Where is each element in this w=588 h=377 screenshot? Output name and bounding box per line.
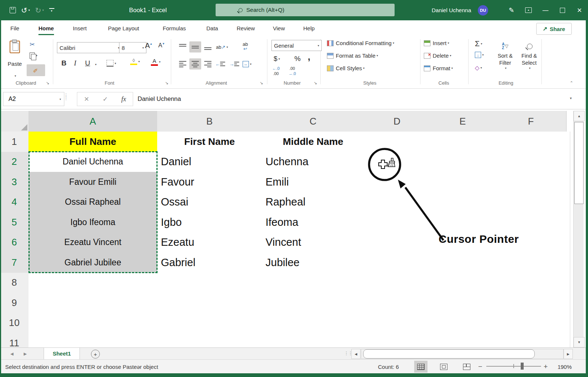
cut-button[interactable]: ✂ xyxy=(30,41,35,48)
cell-C4[interactable]: Rapheal xyxy=(262,192,368,213)
percent-style-button[interactable]: % xyxy=(294,53,301,64)
underline-dropdown-icon[interactable]: ▾ xyxy=(95,63,97,66)
scroll-left-button[interactable]: ◀ xyxy=(351,349,361,359)
horizontal-scroll-thumb[interactable] xyxy=(363,349,535,359)
tab-help[interactable]: Help xyxy=(303,20,315,36)
delete-cells-button[interactable]: Delete▾ xyxy=(424,52,451,59)
scroll-down-button[interactable]: ▼ xyxy=(574,337,585,347)
tab-data[interactable]: Data xyxy=(206,20,219,36)
cell-A4[interactable]: Ossai Rapheal xyxy=(28,192,158,213)
middle-align-button[interactable] xyxy=(189,41,201,52)
cell-D9[interactable] xyxy=(364,293,434,313)
sort-filter-dropdown-icon[interactable]: ▾ xyxy=(505,67,506,70)
wrap-text-button[interactable]: ab ↩ xyxy=(243,41,248,52)
cell-A11[interactable] xyxy=(28,333,158,347)
bold-button[interactable]: B xyxy=(61,59,67,67)
comma-style-button[interactable]: , xyxy=(308,51,310,62)
formula-input[interactable]: Daniel Uchenna xyxy=(138,92,563,105)
cell-C2[interactable]: Uchenna xyxy=(262,152,368,173)
paste-button[interactable]: Paste ▾ xyxy=(6,39,24,79)
format-cells-button[interactable]: Format▾ xyxy=(424,65,453,71)
name-box-dropdown-icon[interactable]: ▾ xyxy=(60,98,61,101)
cell-C8[interactable] xyxy=(262,273,368,293)
column-header-D[interactable]: D xyxy=(364,111,430,132)
increase-indent-button[interactable]: → xyxy=(229,58,239,69)
paste-dropdown-icon[interactable]: ▾ xyxy=(14,74,16,78)
font-dialog-launcher[interactable]: ↘ xyxy=(165,81,168,85)
fill-button[interactable]: ↓▾ xyxy=(475,52,484,58)
cell-D4[interactable] xyxy=(364,192,434,213)
align-right-button[interactable] xyxy=(202,58,214,69)
cell-C5[interactable]: Ifeoma xyxy=(262,212,368,233)
select-all-button[interactable] xyxy=(0,111,29,132)
page-layout-view-button[interactable] xyxy=(437,361,450,373)
customize-qat-button[interactable]: ▾ xyxy=(49,8,54,13)
cell-D2[interactable] xyxy=(364,152,434,173)
decrease-decimal-button[interactable]: .00→.0 xyxy=(288,66,296,77)
cell-A2[interactable]: Daniel Uchenna xyxy=(28,152,158,173)
tab-page-layout[interactable]: Page Layout xyxy=(107,20,140,36)
cell-B7[interactable]: Gabriel xyxy=(157,252,266,273)
column-header-C[interactable]: C xyxy=(262,111,365,132)
orientation-button[interactable]: ab ↗ ▾ xyxy=(216,41,228,52)
cell-B2[interactable]: Daniel xyxy=(157,152,266,173)
maximize-button[interactable] xyxy=(554,0,571,20)
user-name[interactable]: Daniel Uchenna xyxy=(432,7,471,13)
share-button[interactable]: ↗Share xyxy=(536,23,572,35)
zoom-out-button[interactable]: − xyxy=(478,363,482,371)
font-name-combo[interactable]: Calibri▾ xyxy=(57,42,122,53)
fill-color-dropdown-icon[interactable]: ▾ xyxy=(138,60,140,63)
count-indicator[interactable]: Count: 6 xyxy=(378,360,399,374)
undo-dropdown-icon[interactable]: ▾ xyxy=(28,9,30,12)
cell-E2[interactable] xyxy=(430,152,500,173)
close-button[interactable]: × xyxy=(571,0,588,20)
row-header-1[interactable]: 1 xyxy=(0,132,29,152)
format-as-table-button[interactable]: Format as Table▾ xyxy=(327,52,378,59)
find-select-button[interactable]: Find & Select ▾ xyxy=(518,40,540,70)
cell-F4[interactable] xyxy=(496,192,570,213)
cell-A5[interactable]: Igbo Ifeoma xyxy=(28,212,158,233)
find-select-dropdown-icon[interactable]: ▾ xyxy=(529,67,530,70)
prev-sheet-icon[interactable]: ◀ xyxy=(10,348,13,360)
column-header-A[interactable]: A xyxy=(28,111,158,133)
row-header-3[interactable]: 3 xyxy=(0,172,29,193)
clipboard-dialog-launcher[interactable]: ↘ xyxy=(46,81,49,85)
column-header-E[interactable]: E xyxy=(430,111,496,132)
row-header-7[interactable]: 7 xyxy=(0,252,29,273)
underline-button[interactable]: U xyxy=(85,59,90,67)
coming-soon-button[interactable]: ✎ xyxy=(503,0,520,20)
avatar[interactable]: DU xyxy=(478,5,488,16)
cell-D10[interactable] xyxy=(364,313,434,334)
cell-D3[interactable] xyxy=(364,172,434,193)
cell-E7[interactable] xyxy=(430,252,500,273)
cell-B5[interactable]: Igbo xyxy=(157,212,266,233)
search-input[interactable]: Search (Alt+Q) xyxy=(216,4,395,16)
cell-A9[interactable] xyxy=(28,293,158,313)
sheet-tab-sheet1[interactable]: Sheet1 xyxy=(44,348,80,360)
italic-button[interactable]: I xyxy=(74,59,76,67)
minimize-button[interactable]: — xyxy=(537,0,554,20)
page-break-view-button[interactable] xyxy=(460,361,473,373)
merge-center-button[interactable]: ↔ ▾ xyxy=(243,58,251,69)
cell-F9[interactable] xyxy=(496,293,570,313)
row-header-10[interactable]: 10 xyxy=(0,313,29,334)
vertical-scrollbar[interactable]: ▲ ▼ xyxy=(573,111,584,347)
column-header-F[interactable]: F xyxy=(496,111,567,132)
cell-E3[interactable] xyxy=(430,172,500,193)
cell-B3[interactable]: Favour xyxy=(157,172,266,193)
cancel-icon[interactable]: ✕ xyxy=(84,95,89,103)
save-button[interactable] xyxy=(10,7,16,13)
conditional-formatting-button[interactable]: Conditional Formatting▾ xyxy=(327,40,394,46)
font-color-dropdown-icon[interactable]: ▾ xyxy=(159,60,160,64)
cell-F10[interactable] xyxy=(496,313,570,334)
cell-A8[interactable] xyxy=(28,273,158,293)
row-header-5[interactable]: 5 xyxy=(0,212,29,233)
font-color-button[interactable]: A ▾ xyxy=(151,58,160,66)
undo-button[interactable]: ↺▾ xyxy=(21,6,30,15)
cell-B11[interactable] xyxy=(157,333,266,347)
cell-C3[interactable]: Emili xyxy=(262,172,368,193)
row-header-11[interactable]: 11 xyxy=(0,333,29,347)
cell-A10[interactable] xyxy=(28,313,158,334)
copy-button[interactable]: ▾ xyxy=(30,52,37,59)
cell-D11[interactable] xyxy=(364,333,434,347)
